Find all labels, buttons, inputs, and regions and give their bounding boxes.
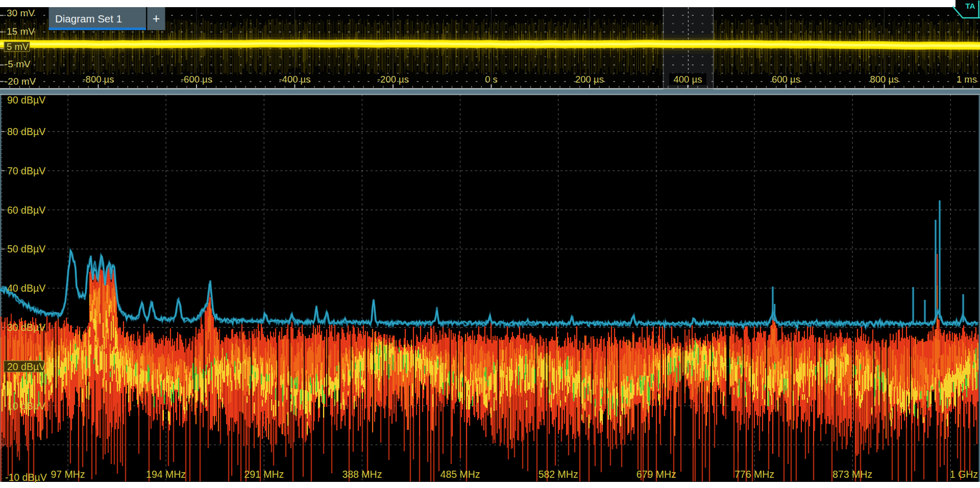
svg-text:1 ms: 1 ms (957, 74, 977, 85)
svg-text:400 µs: 400 µs (674, 74, 702, 85)
svg-text:-5 mV: -5 mV (5, 59, 31, 69)
svg-text:60 dBµV: 60 dBµV (7, 204, 45, 216)
svg-text:388 MHz: 388 MHz (342, 469, 382, 480)
svg-text:-400 µs: -400 µs (279, 74, 310, 85)
svg-text:679 MHz: 679 MHz (636, 469, 676, 480)
svg-text:70 dBµV: 70 dBµV (7, 165, 45, 176)
svg-text:-800 µs: -800 µs (82, 74, 114, 85)
svg-text:485 MHz: 485 MHz (440, 469, 480, 480)
svg-text:1 GHz: 1 GHz (950, 469, 978, 480)
svg-text:15 mV: 15 mV (7, 26, 35, 37)
svg-text:30 dBµV: 30 dBµV (7, 322, 45, 333)
svg-text:200 µs: 200 µs (575, 74, 604, 85)
svg-text:40 dBµV: 40 dBµV (7, 282, 45, 294)
svg-text:873 MHz: 873 MHz (832, 469, 872, 480)
svg-text:97 MHz: 97 MHz (51, 469, 85, 480)
svg-text:+: + (153, 11, 160, 25)
svg-text:20 dBµV: 20 dBµV (7, 361, 45, 372)
svg-text:582 MHz: 582 MHz (538, 469, 578, 480)
svg-text:Diagram Set 1: Diagram Set 1 (55, 13, 122, 24)
svg-text:-600 µs: -600 µs (181, 74, 212, 85)
svg-text:0 s: 0 s (485, 74, 498, 85)
svg-text:800 µs: 800 µs (870, 74, 899, 85)
svg-text:-10 dBµV: -10 dBµV (5, 472, 47, 483)
svg-text:50 dBµV: 50 dBµV (7, 243, 45, 254)
svg-text:30 mV: 30 mV (7, 8, 35, 18)
svg-text:-20 mV: -20 mV (5, 76, 36, 87)
svg-text:10 dBµV: 10 dBµV (7, 400, 45, 412)
svg-text:291 MHz: 291 MHz (244, 469, 284, 480)
svg-text:80 dBµV: 80 dBµV (7, 126, 45, 137)
svg-text:TA: TA (965, 2, 975, 10)
svg-text:5 mV: 5 mV (7, 41, 29, 52)
svg-text:90 dBµV: 90 dBµV (7, 94, 45, 106)
svg-text:600 µs: 600 µs (772, 74, 800, 85)
svg-text:776 MHz: 776 MHz (734, 469, 774, 480)
svg-text:194 MHz: 194 MHz (146, 469, 186, 480)
svg-text:-200 µs: -200 µs (377, 74, 409, 85)
